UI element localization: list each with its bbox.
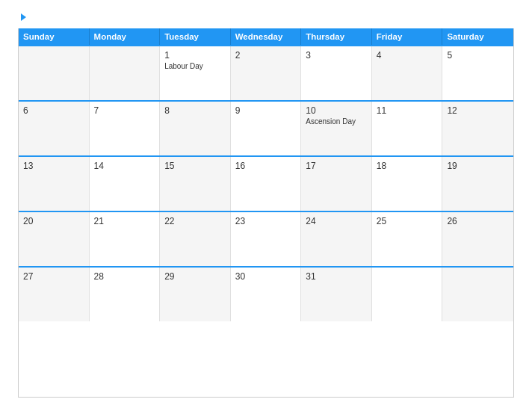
calendar-cell: 16 <box>231 157 302 211</box>
calendar-cell: 11 <box>372 102 443 155</box>
calendar-cell: 22 <box>160 212 231 266</box>
weekday-header-friday: Friday <box>372 28 443 45</box>
weekday-header-saturday: Saturday <box>442 28 513 45</box>
calendar-cell <box>372 268 443 321</box>
calendar-cell <box>442 268 513 321</box>
day-number: 23 <box>235 216 297 226</box>
weekday-header-wednesday: Wednesday <box>231 28 302 45</box>
day-number: 20 <box>23 216 84 226</box>
calendar-cell: 19 <box>442 157 513 211</box>
day-number: 22 <box>164 216 226 226</box>
day-number: 24 <box>306 216 367 226</box>
calendar-week-4: 20212223242526 <box>19 211 513 266</box>
day-number: 30 <box>235 271 297 282</box>
header <box>18 13 514 21</box>
day-number: 4 <box>377 50 438 61</box>
day-number: 27 <box>23 271 84 282</box>
calendar-cell: 17 <box>301 157 372 211</box>
calendar-week-1: 1Labour Day2345 <box>19 45 513 100</box>
calendar-cell: 20 <box>19 212 90 266</box>
calendar-cell: 21 <box>90 212 161 266</box>
day-number: 3 <box>306 50 367 61</box>
calendar: SundayMondayTuesdayWednesdayThursdayFrid… <box>18 28 514 398</box>
weekday-header-thursday: Thursday <box>301 28 372 45</box>
weekday-header-tuesday: Tuesday <box>160 28 231 45</box>
calendar-body: 1Labour Day2345678910Ascension Day111213… <box>19 45 513 321</box>
calendar-cell <box>90 46 161 100</box>
day-number: 1 <box>164 50 226 61</box>
logo <box>18 13 26 21</box>
day-number: 8 <box>164 105 226 116</box>
calendar-cell: 13 <box>19 157 90 211</box>
day-number: 29 <box>164 271 226 282</box>
calendar-cell: 7 <box>90 102 161 155</box>
calendar-cell: 30 <box>231 268 302 321</box>
calendar-cell: 26 <box>442 212 513 266</box>
calendar-cell: 12 <box>442 102 513 155</box>
logo-blue-text <box>18 13 26 21</box>
day-number: 18 <box>377 161 438 171</box>
holiday-label: Labour Day <box>164 62 226 70</box>
holiday-label: Ascension Day <box>306 117 367 126</box>
day-number: 9 <box>235 105 297 116</box>
day-number: 13 <box>23 161 84 171</box>
calendar-cell: 10Ascension Day <box>301 102 372 155</box>
calendar-cell: 25 <box>372 212 443 266</box>
calendar-week-5: 2728293031 <box>19 266 513 321</box>
calendar-cell: 9 <box>231 102 302 155</box>
calendar-cell: 15 <box>160 157 231 211</box>
calendar-page: SundayMondayTuesdayWednesdayThursdayFrid… <box>0 0 532 411</box>
logo-triangle-icon <box>21 13 26 21</box>
calendar-cell <box>19 46 90 100</box>
calendar-week-2: 678910Ascension Day1112 <box>19 100 513 155</box>
day-number: 5 <box>447 50 509 61</box>
calendar-header: SundayMondayTuesdayWednesdayThursdayFrid… <box>19 28 513 45</box>
calendar-cell: 24 <box>301 212 372 266</box>
day-number: 16 <box>235 161 297 171</box>
calendar-cell: 23 <box>231 212 302 266</box>
calendar-cell: 31 <box>301 268 372 321</box>
day-number: 19 <box>447 161 509 171</box>
day-number: 31 <box>306 271 367 282</box>
day-number: 7 <box>94 105 155 116</box>
calendar-cell: 2 <box>231 46 302 100</box>
day-number: 14 <box>94 161 155 171</box>
day-number: 6 <box>23 105 84 116</box>
day-number: 10 <box>306 105 367 116</box>
calendar-cell: 4 <box>372 46 443 100</box>
day-number: 28 <box>94 271 155 282</box>
day-number: 25 <box>377 216 438 226</box>
calendar-cell: 18 <box>372 157 443 211</box>
day-number: 21 <box>94 216 155 226</box>
day-number: 17 <box>306 161 367 171</box>
calendar-week-3: 13141516171819 <box>19 155 513 211</box>
calendar-cell: 14 <box>90 157 161 211</box>
calendar-cell: 8 <box>160 102 231 155</box>
calendar-cell: 27 <box>19 268 90 321</box>
calendar-cell: 6 <box>19 102 90 155</box>
day-number: 12 <box>447 105 509 116</box>
day-number: 2 <box>235 50 297 61</box>
calendar-cell: 5 <box>442 46 513 100</box>
day-number: 15 <box>164 161 226 171</box>
calendar-cell: 28 <box>90 268 161 321</box>
day-number: 26 <box>447 216 509 226</box>
weekday-header-monday: Monday <box>90 28 161 45</box>
calendar-cell: 29 <box>160 268 231 321</box>
calendar-cell: 1Labour Day <box>160 46 231 100</box>
day-number: 11 <box>377 105 438 116</box>
calendar-cell: 3 <box>301 46 372 100</box>
weekday-header-sunday: Sunday <box>19 28 90 45</box>
